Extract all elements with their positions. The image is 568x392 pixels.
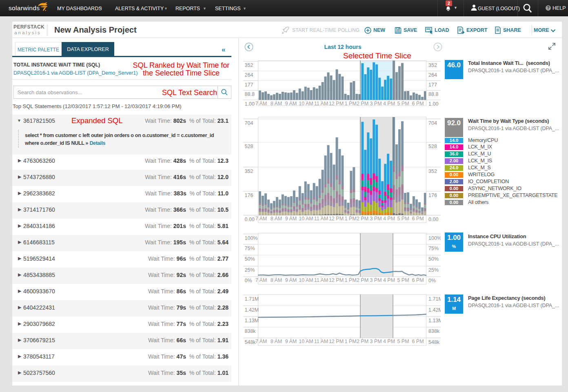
svg-text:12 PM: 12 PM xyxy=(329,339,344,344)
svg-text:176: 176 xyxy=(428,193,437,198)
svg-text:11 AM: 11 AM xyxy=(314,277,328,283)
svg-text:3 PM: 3 PM xyxy=(370,101,382,106)
svg-text:0%: 0% xyxy=(428,278,436,283)
svg-text:264: 264 xyxy=(428,72,437,78)
svg-text:5 PM: 5 PM xyxy=(397,277,409,283)
svg-text:0.00: 0.00 xyxy=(428,217,438,222)
svg-text:100%: 100% xyxy=(428,235,441,241)
svg-text:704: 704 xyxy=(245,120,253,126)
svg-text:1 PM: 1 PM xyxy=(344,277,356,283)
svg-text:838k: 838k xyxy=(245,328,256,334)
svg-text:352: 352 xyxy=(245,62,253,68)
svg-text:8 AM: 8 AM xyxy=(271,339,282,344)
svg-text:50%: 50% xyxy=(245,256,255,262)
svg-text:6 PM: 6 PM xyxy=(412,101,424,106)
svg-text:548k: 548k xyxy=(428,339,440,345)
svg-text:25%: 25% xyxy=(428,267,439,273)
svg-text:3 PM: 3 PM xyxy=(370,277,382,283)
svg-text:6 PM: 6 PM xyxy=(412,339,424,344)
svg-text:177: 177 xyxy=(428,82,437,88)
svg-text:1.42M: 1.42M xyxy=(245,307,259,313)
svg-text:1.13M: 1.13M xyxy=(428,318,441,323)
svg-text:1.42M: 1.42M xyxy=(428,307,441,313)
svg-text:1.00: 1.00 xyxy=(428,101,438,107)
svg-text:12 PM: 12 PM xyxy=(329,101,344,106)
svg-text:9 AM: 9 AM xyxy=(285,277,297,283)
svg-text:0.00: 0.00 xyxy=(245,217,255,222)
svg-text:1.71M: 1.71M xyxy=(245,296,259,302)
svg-text:88.8: 88.8 xyxy=(245,91,255,97)
svg-text:9 AM: 9 AM xyxy=(285,101,297,106)
svg-text:4 PM: 4 PM xyxy=(383,216,395,221)
svg-text:7 AM: 7 AM xyxy=(255,101,267,106)
svg-text:2 PM: 2 PM xyxy=(357,277,368,283)
svg-text:10 AM: 10 AM xyxy=(299,216,313,221)
svg-text:25%: 25% xyxy=(245,267,255,273)
svg-text:4 PM: 4 PM xyxy=(383,277,395,283)
svg-text:2 PM: 2 PM xyxy=(357,216,368,221)
svg-text:548k: 548k xyxy=(245,339,256,345)
svg-text:177: 177 xyxy=(245,82,253,88)
svg-text:12 PM: 12 PM xyxy=(329,216,344,221)
svg-text:8 AM: 8 AM xyxy=(271,216,282,221)
svg-text:7 AM: 7 AM xyxy=(255,339,267,344)
svg-text:75%: 75% xyxy=(245,246,255,251)
svg-text:1.00: 1.00 xyxy=(245,101,255,107)
svg-text:3 PM: 3 PM xyxy=(370,216,382,221)
svg-text:6 PM: 6 PM xyxy=(412,216,424,221)
svg-text:264: 264 xyxy=(245,72,253,78)
svg-text:352: 352 xyxy=(245,168,253,174)
svg-text:352: 352 xyxy=(428,168,437,174)
svg-text:11 AM: 11 AM xyxy=(314,101,328,106)
svg-text:5 PM: 5 PM xyxy=(397,101,409,106)
svg-text:4 PM: 4 PM xyxy=(383,339,395,344)
svg-text:9 AM: 9 AM xyxy=(285,216,297,221)
svg-text:7 AM: 7 AM xyxy=(255,216,267,221)
svg-text:8 AM: 8 AM xyxy=(271,277,282,283)
svg-text:1.71M: 1.71M xyxy=(428,296,441,302)
svg-text:4 PM: 4 PM xyxy=(383,101,395,106)
svg-text:10 AM: 10 AM xyxy=(299,277,313,283)
svg-text:75%: 75% xyxy=(428,246,439,251)
svg-text:88.8: 88.8 xyxy=(428,91,438,97)
svg-text:704: 704 xyxy=(428,120,437,126)
svg-text:528: 528 xyxy=(428,144,437,149)
svg-text:5 PM: 5 PM xyxy=(397,216,409,221)
svg-text:1 PM: 1 PM xyxy=(344,216,356,221)
svg-text:5 PM: 5 PM xyxy=(397,339,409,344)
svg-text:838k: 838k xyxy=(428,328,440,334)
svg-text:2 PM: 2 PM xyxy=(357,101,368,106)
svg-text:11 AM: 11 AM xyxy=(314,216,328,221)
svg-text:10 AM: 10 AM xyxy=(299,101,313,106)
svg-text:0%: 0% xyxy=(245,278,252,283)
svg-text:176: 176 xyxy=(245,193,253,198)
svg-text:8 AM: 8 AM xyxy=(271,101,282,106)
svg-text:12 PM: 12 PM xyxy=(329,277,344,283)
svg-text:11 AM: 11 AM xyxy=(314,339,328,344)
svg-text:10 AM: 10 AM xyxy=(299,339,313,344)
svg-text:50%: 50% xyxy=(428,256,439,262)
svg-text:1.13M: 1.13M xyxy=(245,318,259,323)
svg-text:9 AM: 9 AM xyxy=(285,339,297,344)
svg-text:3 PM: 3 PM xyxy=(370,339,382,344)
svg-text:100%: 100% xyxy=(245,235,258,241)
svg-text:528: 528 xyxy=(245,144,253,149)
svg-text:6 PM: 6 PM xyxy=(412,277,424,283)
svg-text:7 AM: 7 AM xyxy=(255,277,267,283)
svg-text:1 PM: 1 PM xyxy=(344,101,356,106)
svg-text:2 PM: 2 PM xyxy=(357,339,368,344)
svg-text:1 PM: 1 PM xyxy=(344,339,356,344)
svg-text:352: 352 xyxy=(428,62,437,68)
